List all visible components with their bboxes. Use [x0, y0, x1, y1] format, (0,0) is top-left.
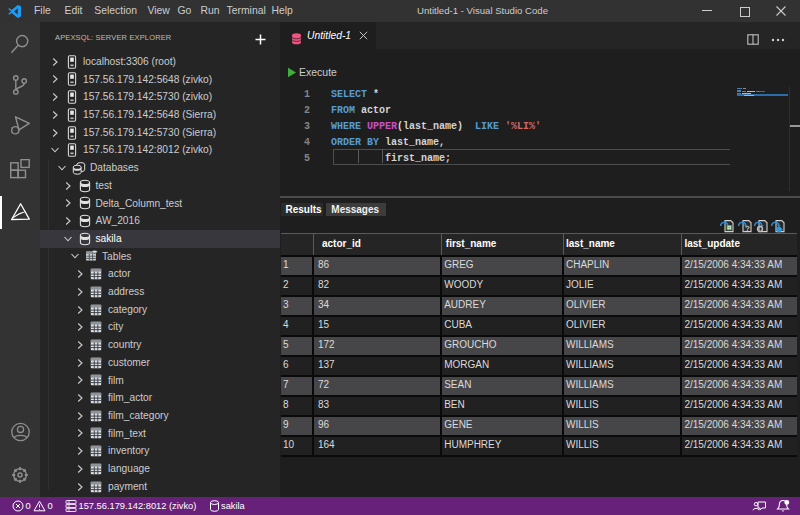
svg-text:?: ?: [745, 224, 750, 233]
